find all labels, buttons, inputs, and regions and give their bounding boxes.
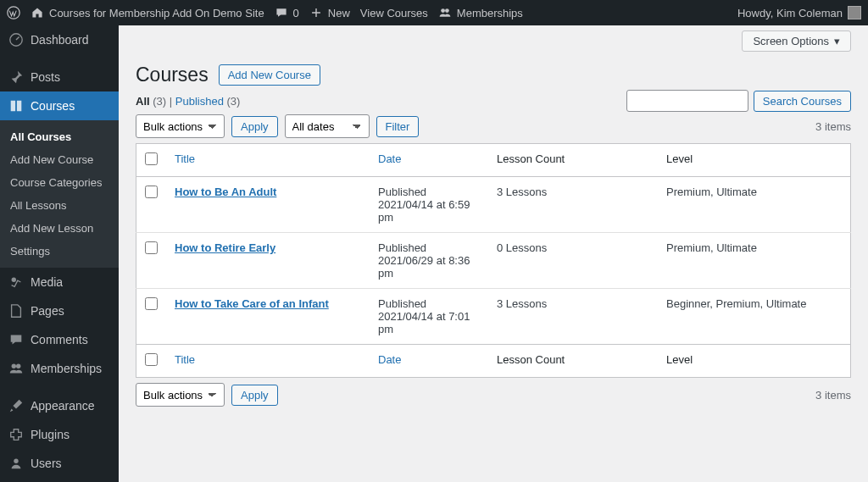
search-input[interactable] <box>626 90 748 112</box>
col-lesson-count-foot: Lesson Count <box>488 345 658 378</box>
filter-all[interactable]: All (3) <box>136 95 170 108</box>
row-date-status: Published <box>378 186 426 198</box>
book-icon <box>8 98 24 114</box>
sidebar-item-comments[interactable]: Comments <box>0 325 119 354</box>
table-row: How to Take Care of an Infant Published … <box>136 289 851 345</box>
sidebar-sub-course-categories[interactable]: Course Categories <box>0 171 119 194</box>
sidebar-item-pages[interactable]: Pages <box>0 296 119 325</box>
row-title-link[interactable]: How to Be An Adult <box>175 186 276 198</box>
search-courses-button[interactable]: Search Courses <box>754 91 851 112</box>
plus-icon <box>309 6 323 19</box>
my-account-link[interactable]: Howdy, Kim Coleman <box>737 6 861 19</box>
row-lesson-count: 3 Lessons <box>488 289 658 345</box>
col-date[interactable]: Date <box>370 144 488 177</box>
items-count-bottom: 3 items <box>815 389 851 402</box>
filter-published[interactable]: Published <box>175 95 227 108</box>
site-name-text: Courses for Membership Add On Demo Site <box>49 7 264 19</box>
media-icon <box>8 274 24 290</box>
filter-button[interactable]: Filter <box>376 116 420 137</box>
brush-icon <box>8 398 24 413</box>
dashboard-icon <box>8 32 24 47</box>
row-checkbox[interactable] <box>145 186 158 198</box>
search-box: Search Courses <box>626 90 851 112</box>
row-level: Premium, Ultimate <box>658 177 851 233</box>
col-date-foot[interactable]: Date <box>370 345 488 378</box>
home-icon <box>31 6 44 19</box>
view-courses-link[interactable]: View Courses <box>360 7 428 19</box>
svg-point-7 <box>14 459 18 463</box>
sidebar-item-label: Dashboard <box>31 33 89 47</box>
table-row: How to Be An Adult Published 2021/04/14 … <box>136 177 851 233</box>
sidebar-sub-all-courses[interactable]: All Courses <box>0 125 119 148</box>
sidebar-item-plugins[interactable]: Plugins <box>0 420 119 449</box>
pin-icon <box>8 69 24 85</box>
sidebar-item-label: Media <box>31 275 63 289</box>
courses-table: Title Date Lesson Count Level How to Be … <box>136 143 851 378</box>
user-icon <box>8 456 24 471</box>
bulk-action-select-bottom[interactable]: Bulk actions <box>136 383 225 407</box>
sidebar-item-label: Plugins <box>31 428 70 441</box>
col-level: Level <box>658 144 851 177</box>
row-level: Beginner, Premium, Ultimate <box>658 289 851 345</box>
row-title-link[interactable]: How to Retire Early <box>175 241 275 254</box>
row-lesson-count: 3 Lessons <box>488 177 658 233</box>
select-all-bottom[interactable] <box>145 353 158 366</box>
memberships-icon <box>438 6 452 19</box>
row-checkbox[interactable] <box>145 297 158 310</box>
col-title-foot[interactable]: Title <box>166 345 370 378</box>
sidebar-item-users[interactable]: Users <box>0 449 119 478</box>
comment-icon <box>8 332 24 347</box>
sidebar-item-label: Posts <box>31 70 60 84</box>
row-date: 2021/04/14 at 7:01 pm <box>378 310 470 335</box>
comments-count: 0 <box>293 7 299 19</box>
col-level-foot: Level <box>658 345 851 378</box>
sidebar-item-memberships[interactable]: Memberships <box>0 354 119 383</box>
sidebar-sub-settings[interactable]: Settings <box>0 240 119 263</box>
row-date: 2021/04/14 at 6:59 pm <box>378 198 470 224</box>
apply-button-bottom[interactable]: Apply <box>231 385 278 406</box>
avatar <box>848 6 861 19</box>
row-date-status: Published <box>378 241 426 254</box>
wordpress-icon <box>7 6 20 19</box>
sidebar-item-label: Appearance <box>31 399 95 413</box>
memberships-link[interactable]: Memberships <box>438 6 523 19</box>
svg-point-6 <box>16 364 20 368</box>
sidebar-item-media[interactable]: Media <box>0 268 119 296</box>
site-name-link[interactable]: Courses for Membership Add On Demo Site <box>31 6 264 19</box>
svg-point-4 <box>12 278 16 282</box>
tablenav-top: Bulk actions Apply All dates Filter 3 it… <box>136 114 851 138</box>
apply-button-top[interactable]: Apply <box>231 116 278 137</box>
page-title: Courses <box>136 64 209 86</box>
sidebar-item-dashboard[interactable]: Dashboard <box>0 25 119 54</box>
sidebar-item-posts[interactable]: Posts <box>0 63 119 91</box>
svg-point-2 <box>445 8 449 13</box>
chevron-down-icon: ▾ <box>834 35 840 47</box>
table-row: How to Retire Early Published 2021/06/29… <box>136 233 851 289</box>
comments-link[interactable]: 0 <box>275 6 299 19</box>
date-filter-select[interactable]: All dates <box>285 114 370 138</box>
row-date-status: Published <box>378 297 426 310</box>
wp-logo[interactable] <box>7 6 20 19</box>
sidebar-item-appearance[interactable]: Appearance <box>0 391 119 420</box>
memberships-label: Memberships <box>457 7 523 19</box>
screen-options-toggle[interactable]: Screen Options ▾ <box>742 30 851 52</box>
col-title[interactable]: Title <box>166 144 370 177</box>
items-count-top: 3 items <box>815 120 851 133</box>
sidebar-item-label: Memberships <box>31 362 102 375</box>
sidebar-sub-add-new-lesson[interactable]: Add New Lesson <box>0 217 119 240</box>
sidebar-sub-all-lessons[interactable]: All Lessons <box>0 194 119 217</box>
col-lesson-count: Lesson Count <box>488 144 658 177</box>
row-title-link[interactable]: How to Take Care of an Infant <box>175 297 329 310</box>
sidebar-item-label: Comments <box>31 333 88 346</box>
sidebar-sub-add-new-course[interactable]: Add New Course <box>0 148 119 171</box>
new-content-link[interactable]: New <box>309 6 350 19</box>
admin-sidebar: Dashboard Posts Courses All Courses Add … <box>0 25 119 482</box>
select-all-top[interactable] <box>145 152 158 165</box>
add-new-course-button[interactable]: Add New Course <box>219 64 320 86</box>
bulk-action-select-top[interactable]: Bulk actions <box>136 114 225 138</box>
sidebar-item-courses[interactable]: Courses <box>0 91 119 120</box>
sidebar-submenu-courses: All Courses Add New Course Course Catego… <box>0 120 119 268</box>
sidebar-item-tools[interactable]: Tools <box>0 478 119 482</box>
plugin-icon <box>8 427 24 442</box>
row-checkbox[interactable] <box>145 241 158 254</box>
